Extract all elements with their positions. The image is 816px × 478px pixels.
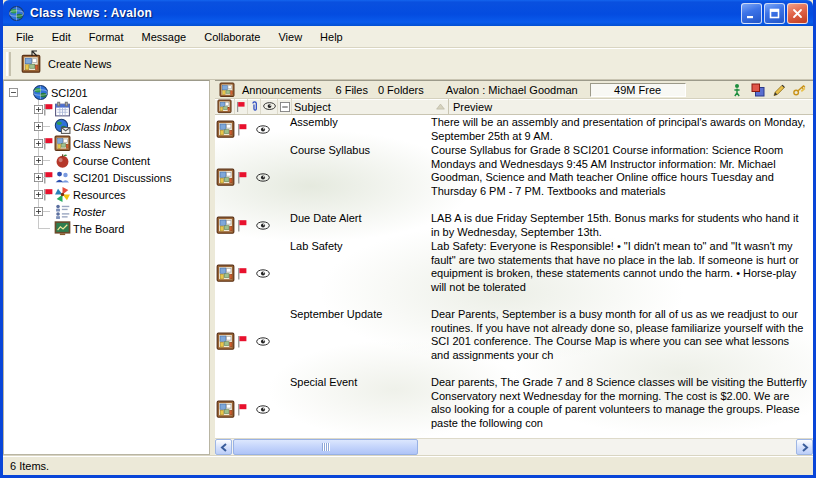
flag-column-icon[interactable] <box>235 99 248 114</box>
menu-item-file[interactable]: File <box>7 28 43 46</box>
attachment-column-icon[interactable] <box>248 99 261 114</box>
menu-item-message[interactable]: Message <box>133 28 196 46</box>
scrollbar-track[interactable] <box>232 439 796 455</box>
message-subject: September Update <box>290 307 431 375</box>
message-preview: There will be an assembly and presentati… <box>431 115 813 143</box>
menu-item-format[interactable]: Format <box>80 28 133 46</box>
eye-icon <box>256 337 270 346</box>
message-row-icons <box>215 143 290 211</box>
subject-column-header[interactable]: Subject <box>292 99 433 114</box>
news-icon <box>216 332 235 351</box>
apple-icon <box>54 152 71 169</box>
tree-item-calendar[interactable]: Calendar <box>4 101 209 118</box>
menu-bar: FileEditFormatMessageCollaborateViewHelp <box>3 26 813 48</box>
resources-icon <box>54 186 71 203</box>
message-row-icons <box>215 211 290 239</box>
tree-item-roster[interactable]: Roster <box>4 203 209 220</box>
flag-icon <box>237 335 248 348</box>
collapse-all-icon[interactable] <box>278 99 292 114</box>
collapse-toggle-icon[interactable] <box>9 88 18 97</box>
tree-item-label: Calendar <box>71 104 118 116</box>
message-type-column-icon[interactable] <box>215 99 235 114</box>
expand-toggle-icon[interactable] <box>34 139 43 148</box>
globe-window-icon <box>8 5 25 22</box>
tree-item-class-news[interactable]: Class News <box>4 135 209 152</box>
free-space-indicator: 49M Free <box>590 83 686 97</box>
sort-ascending-icon[interactable] <box>433 99 449 114</box>
expand-toggle-icon[interactable] <box>34 207 43 216</box>
person-icon <box>730 83 744 97</box>
discussion-icon <box>54 169 71 186</box>
create-news-button[interactable]: Create News <box>16 50 121 78</box>
tree-item-sci201-discussions[interactable]: SCI201 Discussions <box>4 169 209 186</box>
message-subject: Lab Safety <box>290 239 431 307</box>
tree-item-sci201[interactable]: SCI201 <box>4 84 209 101</box>
tree-item-course-content[interactable]: Course Content <box>4 152 209 169</box>
flag-icon <box>237 403 248 416</box>
news-icon <box>216 400 235 419</box>
news-icon <box>216 120 235 139</box>
flag-icon <box>237 267 248 280</box>
eye-icon <box>256 269 270 278</box>
expand-toggle-icon[interactable] <box>34 105 43 114</box>
close-button[interactable] <box>787 3 808 24</box>
tree-indent <box>34 224 43 233</box>
message-preview: LAB A is due Friday September 15th. Bonu… <box>431 211 813 239</box>
toolbar: Create News <box>3 48 813 80</box>
message-row-icons <box>215 375 290 438</box>
title-bar[interactable]: Class News : Avalon <box>3 0 813 26</box>
expand-toggle-icon[interactable] <box>34 190 43 199</box>
create-news-label: Create News <box>48 58 112 70</box>
message-preview: Dear parents, The Grade 7 and 8 Science … <box>431 375 813 438</box>
message-row-icons <box>215 307 290 375</box>
read-status-column-icon[interactable] <box>261 99 278 114</box>
menu-item-edit[interactable]: Edit <box>43 28 80 46</box>
maximize-button[interactable] <box>764 3 785 24</box>
scroll-left-button[interactable] <box>215 439 232 455</box>
tree-item-label: The Board <box>71 223 124 235</box>
tree-item-resources[interactable]: Resources <box>4 186 209 203</box>
tree-item-class-inbox[interactable]: Class Inbox <box>4 118 209 135</box>
eye-icon <box>256 125 270 134</box>
pencil-icon <box>772 83 786 97</box>
message-row-special-event[interactable]: Special EventDear parents, The Grade 7 a… <box>215 375 813 438</box>
calendar-icon <box>54 101 71 118</box>
toolbar-grip[interactable] <box>6 52 11 76</box>
panel-title: Announcements <box>242 84 322 96</box>
message-list: AssemblyThere will be an assembly and pr… <box>215 115 813 438</box>
tree-item-label: Roster <box>71 206 105 218</box>
message-preview: Course Syllabus for Grade 8 SCI201 Cours… <box>431 143 813 211</box>
roster-icon <box>54 203 71 220</box>
preview-column-header[interactable]: Preview <box>449 99 813 114</box>
expand-toggle-icon[interactable] <box>34 156 43 165</box>
message-panel: Announcements 6 Files 0 Folders Avalon :… <box>215 80 813 455</box>
status-text: 6 Items. <box>10 460 49 472</box>
message-row-due-date-alert[interactable]: Due Date AlertLAB A is due Friday Septem… <box>215 211 813 239</box>
expand-toggle-icon[interactable] <box>34 122 43 131</box>
flag-icon <box>237 123 248 136</box>
message-row-september-update[interactable]: September UpdateDear Parents, September … <box>215 307 813 375</box>
menu-item-collaborate[interactable]: Collaborate <box>195 28 269 46</box>
files-count: 6 Files <box>336 84 368 96</box>
tree-item-label: SCI201 Discussions <box>71 172 171 184</box>
expand-toggle-icon[interactable] <box>34 173 43 182</box>
tree-item-label: SCI201 <box>49 87 88 99</box>
folder-tree: SCI201CalendarClass InboxClass NewsCours… <box>3 80 210 455</box>
scrollbar-thumb[interactable] <box>233 439 418 455</box>
message-preview: Lab Safety: Everyone is Responsible! • "… <box>431 239 813 307</box>
news-icon <box>216 216 235 235</box>
menu-item-help[interactable]: Help <box>311 28 352 46</box>
message-row-course-syllabus[interactable]: Course SyllabusCourse Syllabus for Grade… <box>215 143 813 211</box>
message-row-assembly[interactable]: AssemblyThere will be an assembly and pr… <box>215 115 813 143</box>
status-bar: 6 Items. <box>3 455 813 475</box>
message-row-lab-safety[interactable]: Lab SafetyLab Safety: Everyone is Respon… <box>215 239 813 307</box>
tree-item-label: Resources <box>71 189 126 201</box>
menu-item-view[interactable]: View <box>269 28 311 46</box>
minimize-button[interactable] <box>741 3 762 24</box>
shapes-icon <box>751 83 765 97</box>
flag-icon <box>237 171 248 184</box>
tree-item-the-board[interactable]: The Board <box>4 220 209 237</box>
message-row-icons <box>215 115 290 143</box>
scroll-right-button[interactable] <box>796 439 813 455</box>
column-header: Subject Preview <box>215 99 813 115</box>
